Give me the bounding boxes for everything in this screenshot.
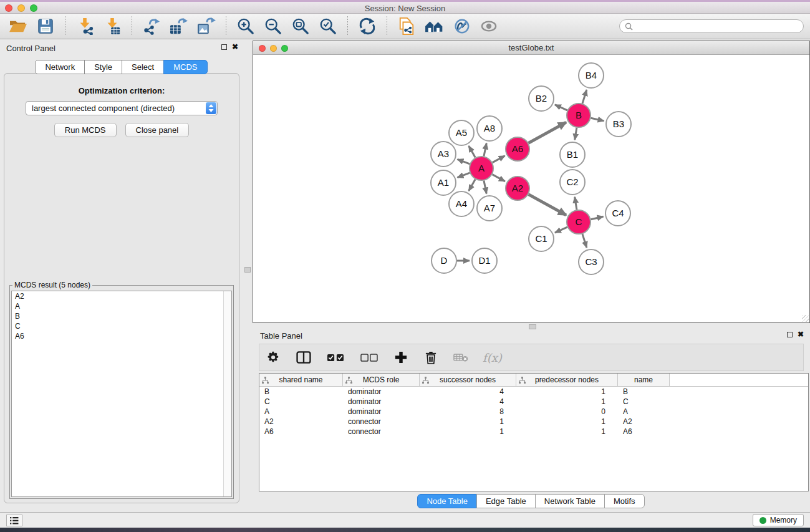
- column-header-name[interactable]: name: [618, 374, 670, 386]
- table-cell: A: [259, 407, 343, 417]
- node-label: A6: [512, 143, 523, 154]
- table-row[interactable]: A6connector11A6: [259, 427, 808, 437]
- table-row[interactable]: A2connector11A2: [259, 417, 808, 427]
- close-panel-icon[interactable]: ✖: [232, 44, 238, 50]
- open-session-icon[interactable]: [6, 16, 30, 37]
- node-label: C1: [535, 233, 547, 244]
- dropdown-value: largest connected component (directed): [32, 104, 175, 113]
- run-mcds-button[interactable]: Run MCDS: [54, 123, 117, 137]
- table-cell: A: [618, 407, 670, 417]
- column-header-predecessor-nodes[interactable]: predecessor nodes: [516, 374, 618, 386]
- zoom-out-icon[interactable]: [261, 16, 285, 37]
- tab-network-table[interactable]: Network Table: [535, 494, 605, 508]
- edge-A6-B: [529, 122, 566, 143]
- table-cell: A2: [618, 417, 670, 427]
- network-graph: B4B2BB3A8A5A6A3B1AA1C2A2A4A7C4CC1C3DD1: [253, 55, 809, 322]
- first-neighbors-icon[interactable]: [422, 16, 446, 37]
- table-settings-icon[interactable]: [266, 349, 282, 365]
- table-row[interactable]: Adominator80A: [259, 407, 808, 417]
- show-graphics-icon[interactable]: [477, 16, 501, 37]
- tab-network[interactable]: Network: [35, 60, 85, 74]
- mcds-list-scrollbar[interactable]: [223, 291, 231, 496]
- node-label: A: [478, 163, 485, 173]
- show-columns-icon[interactable]: [296, 349, 312, 365]
- table-toolbar: f(x): [259, 344, 804, 371]
- mcds-result-item[interactable]: B: [12, 311, 231, 321]
- column-header-label: name: [634, 375, 653, 384]
- mcds-result-list[interactable]: A2ABCA6: [11, 291, 232, 497]
- application-window: Session: New Session: [0, 0, 810, 532]
- tab-edge-table[interactable]: Edge Table: [476, 494, 536, 508]
- apply-layout-icon[interactable]: [355, 16, 379, 37]
- tab-select[interactable]: Select: [122, 60, 164, 74]
- node-table[interactable]: shared nameMCDS rolesuccessor nodesprede…: [259, 373, 809, 491]
- status-bar: Memory: [0, 512, 810, 528]
- zoom-in-icon[interactable]: [234, 16, 258, 37]
- toolbar-separator: [65, 16, 65, 36]
- import-table-icon[interactable]: [100, 16, 124, 37]
- search-input[interactable]: [635, 22, 798, 31]
- node-label: B2: [536, 93, 547, 104]
- column-header-successor-nodes[interactable]: successor nodes: [420, 374, 516, 386]
- network-canvas[interactable]: B4B2BB3A8A5A6A3B1AA1C2A2A4A7C4CC1C3DD1: [253, 55, 809, 322]
- table-row[interactable]: Cdominator41C: [259, 397, 808, 407]
- mcds-result-item[interactable]: A: [12, 301, 231, 311]
- clone-network-icon[interactable]: [395, 16, 418, 37]
- table-cell: C: [259, 397, 343, 407]
- vertical-splitter[interactable]: [243, 40, 253, 512]
- hide-labels-icon[interactable]: [450, 16, 473, 37]
- edge-C-C4: [591, 216, 604, 219]
- network-window-titlebar[interactable]: testGlobe.txt: [253, 41, 809, 55]
- table-cell: A2: [259, 417, 343, 427]
- memory-button[interactable]: Memory: [753, 514, 804, 526]
- save-session-icon[interactable]: [34, 16, 57, 37]
- mcds-result-item[interactable]: A2: [12, 291, 231, 301]
- column-header-label: shared name: [279, 375, 322, 384]
- export-network-icon[interactable]: [140, 16, 163, 37]
- optimization-criterion-dropdown[interactable]: largest connected component (directed): [26, 101, 218, 115]
- delete-column-icon[interactable]: [423, 349, 439, 365]
- toolbar-separator: [387, 16, 387, 36]
- export-table-icon[interactable]: [167, 16, 191, 37]
- select-all-icon[interactable]: [325, 349, 345, 365]
- float-panel-icon[interactable]: [787, 332, 793, 337]
- deselect-all-icon[interactable]: [359, 349, 379, 365]
- search-field[interactable]: [619, 19, 804, 33]
- zoom-selected-icon[interactable]: [316, 16, 340, 37]
- column-header-shared-name[interactable]: shared name: [259, 374, 343, 386]
- table-cell: 4: [420, 387, 516, 397]
- tab-node-table[interactable]: Node Table: [417, 494, 477, 508]
- mcds-result-item[interactable]: C: [12, 321, 231, 331]
- edge-A-A1: [457, 173, 470, 177]
- node-label: B4: [586, 70, 597, 80]
- tab-motifs[interactable]: Motifs: [604, 494, 645, 508]
- tab-mcds[interactable]: MCDS: [163, 60, 207, 74]
- mcds-result-group: MCDS result (5 nodes) A2ABCA6: [9, 281, 234, 499]
- zoom-fit-icon[interactable]: [289, 16, 312, 37]
- window-resize-grip[interactable]: [802, 315, 809, 322]
- column-header-MCDS-role[interactable]: MCDS role: [343, 374, 420, 386]
- toolbar-separator: [226, 16, 226, 36]
- close-panel-icon[interactable]: ✖: [798, 331, 804, 337]
- tab-style[interactable]: Style: [84, 60, 122, 74]
- table-panel-tabs: Node TableEdge TableNetwork TableMotifs: [253, 494, 810, 508]
- import-network-icon[interactable]: [73, 16, 97, 37]
- splitter-grip[interactable]: [244, 267, 251, 273]
- float-panel-icon[interactable]: [221, 44, 227, 50]
- mcds-result-item[interactable]: A6: [12, 331, 231, 341]
- edge-A-A4: [469, 179, 475, 191]
- column-header-label: successor nodes: [440, 375, 496, 384]
- table-panel: Table Panel ✖: [253, 327, 810, 512]
- table-cell: A6: [259, 427, 343, 437]
- export-image-icon[interactable]: [195, 16, 218, 37]
- table-row[interactable]: Bdominator41B: [259, 387, 808, 397]
- main-titlebar: Session: New Session: [0, 0, 810, 14]
- mcds-tab-content: Optimization criterion: largest connecte…: [4, 73, 239, 503]
- close-panel-button[interactable]: Close panel: [125, 123, 190, 137]
- task-history-button[interactable]: [6, 515, 22, 526]
- table-cell: 1: [420, 417, 516, 427]
- table-cell: 1: [516, 417, 618, 427]
- edge-A-A3: [457, 159, 470, 163]
- add-column-icon[interactable]: [393, 349, 409, 365]
- edge-A-A5: [469, 146, 475, 158]
